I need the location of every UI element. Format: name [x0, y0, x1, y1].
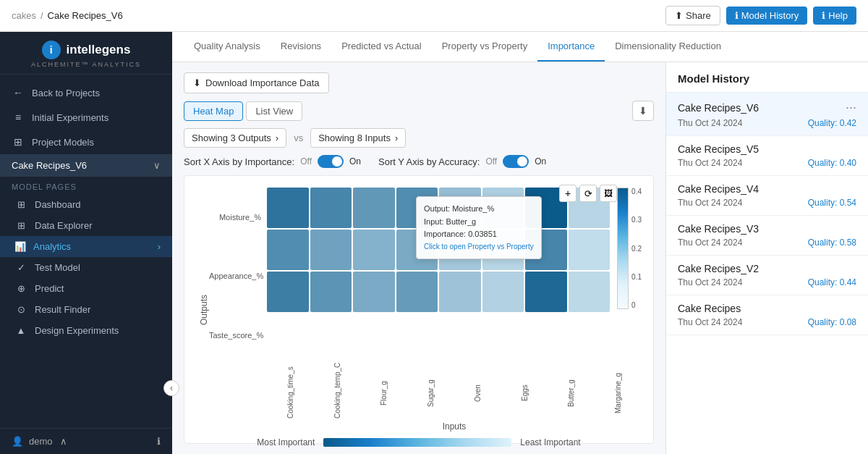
sort-x-off-label: Off	[300, 156, 312, 167]
chart-download-button[interactable]: ⬇	[632, 101, 654, 121]
sidebar-item-data-explorer[interactable]: ⊞ Data Explorer	[0, 215, 172, 236]
analytics-label: Analytics	[33, 241, 71, 252]
model-history-item[interactable]: Cake Recipes_V6 ··· Thu Oct 24 2024 Qual…	[666, 93, 868, 136]
heat-cell[interactable]	[525, 272, 567, 312]
model-history-item[interactable]: Cake Recipes_V3 Thu Oct 24 2024 Quality:…	[666, 216, 868, 256]
model-history-item[interactable]: Cake Recipes Thu Oct 24 2024 Quality: 0.…	[666, 295, 868, 335]
analytics-arrow-icon: ›	[158, 241, 161, 252]
chevron-down-icon: ∨	[153, 160, 161, 171]
heat-cell[interactable]	[482, 272, 524, 312]
zoom-in-button[interactable]: +	[559, 185, 576, 202]
content-area: ⬇ Download Importance Data Heat Map List…	[172, 62, 868, 454]
heat-cell[interactable]	[396, 230, 438, 270]
model-history-item[interactable]: Cake Recipes_V2 Thu Oct 24 2024 Quality:…	[666, 256, 868, 295]
heat-cell[interactable]	[267, 230, 309, 270]
sidebar-footer-user[interactable]: 👤 demo ∧ ℹ	[0, 428, 172, 454]
tab-quality[interactable]: Quality Analysis	[184, 32, 271, 62]
share-label: Share	[686, 10, 711, 21]
sidebar-item-experiments[interactable]: ≡ Initial Experiments	[0, 105, 172, 130]
zoom-reset-button[interactable]: ⟳	[579, 185, 597, 202]
model-history-quality: Quality: 0.42	[808, 118, 856, 128]
heat-cell[interactable]	[569, 230, 610, 270]
sort-y-label: Sort Y Axis by Accuracy:	[378, 156, 480, 167]
toolbar: ⬇ Download Importance Data	[184, 72, 654, 93]
heat-cell[interactable]	[439, 230, 481, 270]
x-label-5: Eggs	[521, 368, 529, 419]
back-icon: ←	[12, 87, 25, 98]
outputs-filter-button[interactable]: Showing 3 Outputs ›	[184, 128, 286, 148]
color-scale-bar	[617, 188, 629, 309]
heat-cell[interactable]	[353, 272, 395, 312]
heat-cell[interactable]	[439, 272, 481, 312]
sort-x-toggle[interactable]	[318, 155, 344, 168]
sidebar-item-back[interactable]: ← Back to Projects	[0, 80, 172, 105]
model-history-date: Thu Oct 24 2024	[678, 158, 742, 168]
y-label-2: Taste_score_%	[209, 331, 261, 340]
tab-revisions[interactable]: Revisions	[271, 32, 331, 62]
tab-importance[interactable]: Importance	[537, 32, 605, 62]
x-label-4: Oven	[474, 368, 482, 419]
heat-cell[interactable]	[525, 230, 567, 270]
heatmap-tab[interactable]: Heat Map	[184, 101, 243, 121]
download-button[interactable]: ⬇ Download Importance Data	[184, 72, 329, 93]
model-history-title: Model History	[666, 62, 868, 93]
y-axis-title: Outputs	[196, 188, 209, 432]
x-label-1: Cooking_temp_C	[333, 368, 341, 419]
help-button[interactable]: ℹ Help	[813, 7, 856, 25]
photo-button[interactable]: 🖼	[600, 185, 617, 202]
model-history-quality: Quality: 0.08	[808, 317, 856, 327]
heat-cell[interactable]	[353, 188, 395, 228]
heat-cell[interactable]	[353, 230, 395, 270]
heat-cell[interactable]	[310, 188, 352, 228]
model-history-panel: Model History Cake Recipes_V6 ··· Thu Oc…	[665, 62, 868, 454]
data-label: Data Explorer	[35, 220, 92, 231]
sidebar-item-analytics[interactable]: 📊 Analytics ›	[0, 236, 172, 257]
heat-cell[interactable]	[396, 272, 438, 312]
user-info-icon: ℹ	[157, 436, 161, 447]
analytics-icon: 📊	[14, 241, 26, 252]
heat-cell[interactable]	[310, 230, 352, 270]
tab-dimensionality[interactable]: Dimensionality Reduction	[605, 32, 731, 62]
scale-mid3: 0.1	[631, 273, 642, 281]
scale-labels: 0.4 0.3 0.2 0.1 0	[629, 188, 642, 309]
model-history-item-name: Cake Recipes_V6	[678, 102, 759, 114]
sort-x-item: Sort X Axis by Importance: Off On	[184, 155, 361, 168]
model-pages-label: Model Pages	[0, 177, 172, 194]
models-label: Project Models	[32, 137, 94, 148]
x-label-7: Margarine_g	[614, 368, 622, 419]
model-history-item[interactable]: Cake Recipes_V4 Thu Oct 24 2024 Quality:…	[666, 176, 868, 216]
sidebar-item-result[interactable]: ⊙ Result Finder	[0, 299, 172, 320]
sidebar-item-dashboard[interactable]: ⊞ Dashboard	[0, 194, 172, 215]
inputs-filter-button[interactable]: Showing 8 Inputs ›	[310, 128, 406, 148]
legend-least-label: Least Important	[520, 437, 580, 447]
tab-predicted[interactable]: Predicted vs Actual	[331, 32, 432, 62]
sort-y-item: Sort Y Axis by Accuracy: Off On	[378, 155, 546, 168]
share-button[interactable]: ⬆ Share	[665, 6, 720, 25]
tab-property[interactable]: Property vs Property	[432, 32, 538, 62]
experiments-icon: ≡	[12, 112, 25, 123]
inputs-filter-label: Showing 8 Inputs	[318, 133, 391, 143]
heat-cell[interactable]	[439, 188, 481, 228]
sidebar-item-project[interactable]: Cake Recipes_V6 ∨	[0, 154, 172, 177]
heat-cell[interactable]	[482, 230, 524, 270]
heat-cell[interactable]	[396, 188, 438, 228]
models-icon: ⊞	[12, 136, 25, 148]
model-history-item[interactable]: Cake Recipes_V5 Thu Oct 24 2024 Quality:…	[666, 136, 868, 176]
listview-tab[interactable]: List View	[246, 101, 302, 121]
sidebar-item-test[interactable]: ✓ Test Model	[0, 257, 172, 278]
legend-bar: Most Important Least Important	[196, 437, 642, 447]
heat-cell[interactable]	[267, 188, 309, 228]
sidebar-item-design[interactable]: ▲ Design Experiments	[0, 320, 172, 341]
sidebar-item-models[interactable]: ⊞ Project Models	[0, 130, 172, 154]
heat-cell[interactable]	[267, 272, 309, 312]
sort-y-toggle[interactable]	[503, 155, 529, 168]
sidebar-item-predict[interactable]: ⊕ Predict	[0, 278, 172, 299]
heat-cell[interactable]	[310, 272, 352, 312]
heat-cell[interactable]	[482, 188, 524, 228]
model-history-menu-icon[interactable]: ···	[846, 100, 856, 115]
logo-icon: i	[42, 41, 61, 59]
sidebar-collapse-button[interactable]: ‹	[163, 380, 179, 396]
heat-cell[interactable]	[569, 272, 610, 312]
model-history-button[interactable]: ℹ Model History	[726, 7, 807, 25]
breadcrumb-sep: /	[41, 10, 43, 21]
